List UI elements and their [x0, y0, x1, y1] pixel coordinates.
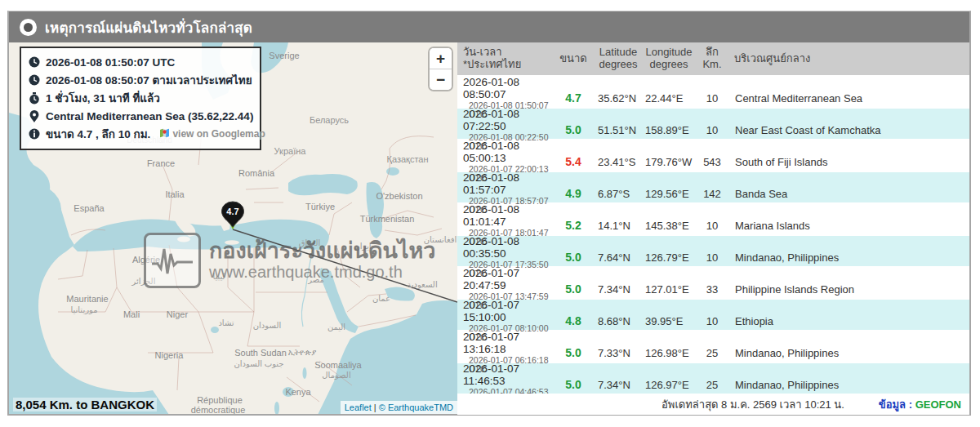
epicenter-location: Central Mediterranean Sea (35.62,22.44)	[46, 110, 253, 122]
magnitude-value: 5.0	[552, 346, 595, 359]
longitude-value: 127.01°E	[642, 283, 696, 296]
magnitude-value: 5.0	[552, 251, 595, 264]
leaflet-map[interactable]: SverigeБеларусьDeutschlandУкраїнаҚазақст…	[9, 42, 457, 414]
magnitude-value: 5.4	[552, 155, 595, 168]
earthquake-row[interactable]: 2026-01-08 01:01:47 2026-01-07 18:01:47 …	[457, 202, 969, 234]
earthquake-row[interactable]: 2026-01-08 07:22:50 2026-01-08 00:22:50 …	[457, 107, 969, 139]
leaflet-link[interactable]: Leaflet	[345, 403, 372, 412]
depth-value: 10	[696, 92, 728, 105]
thai-time-value: 2026-01-08 08:50:07	[463, 77, 552, 101]
magnitude-value: 5.0	[552, 378, 595, 391]
table-header: วัน-เวลา *ประเทศไทย ขนาด Latitudedegrees…	[457, 42, 969, 75]
region-value: Ethiopia	[728, 315, 969, 327]
source-label: ข้อมูล :	[879, 398, 912, 411]
earthquake-rows: 2026-01-08 08:50:07 2026-01-08 01:50:07 …	[457, 75, 969, 394]
last-updated-text: อัพเดทล่าสุด 8 ม.ค. 2569 เวลา 10:21 น.	[662, 396, 844, 413]
longitude-value: 39.95°E	[642, 315, 696, 327]
data-source: ข้อมูล : GEOFON	[879, 396, 961, 413]
earthquake-row[interactable]: 2026-01-08 00:35:50 2026-01-07 17:35:50 …	[457, 234, 969, 266]
map-attribution: Leaflet | © EarthquakeTMD	[341, 401, 457, 414]
earthquaketmd-link[interactable]: © EarthquakeTMD	[379, 403, 453, 412]
latitude-value: 7.33°N	[595, 347, 642, 359]
target-icon	[20, 19, 37, 36]
zoom-control: + −	[430, 48, 452, 90]
content: SverigeБеларусьDeutschlandУкраїнаҚазақст…	[9, 42, 969, 414]
latitude-value: 14.1°N	[595, 220, 642, 232]
distance-to-bangkok: 8,054 Km. to BANGKOK	[13, 398, 157, 411]
thai-time-value: 2026-01-07 15:10:00	[463, 300, 552, 324]
col-region: บริเวณศูนย์กลาง	[728, 53, 969, 65]
latitude-value: 7.34°N	[595, 283, 642, 296]
region-value: Mindanao, Philippines	[728, 251, 969, 264]
googlemap-link-label: view on Googlemap	[172, 128, 265, 140]
thai-time-value: 2026-01-08 01:57:07	[463, 172, 552, 197]
longitude-value: 145.38°E	[642, 220, 696, 232]
depth-value: 10	[696, 315, 728, 327]
longitude-value: 126.97°E	[642, 379, 696, 391]
longitude-value: 179.76°W	[642, 156, 696, 168]
latitude-value: 23.41°S	[595, 156, 642, 168]
thai-time-value: 2026-01-08 01:01:47	[463, 204, 552, 229]
magnitude-value: 4.9	[552, 187, 595, 200]
latitude-value: 7.34°N	[595, 379, 642, 391]
thai-time-value: 2026-01-08 05:00:13	[463, 140, 552, 165]
earthquake-table: วัน-เวลา *ประเทศไทย ขนาด Latitudedegrees…	[457, 42, 969, 414]
thai-time-value: 2026-01-07 13:16:18	[463, 331, 552, 356]
zoom-in-button[interactable]: +	[430, 48, 452, 69]
earthquake-row[interactable]: 2026-01-07 15:10:00 2026-01-07 08:10:00 …	[457, 298, 969, 330]
magnitude-value: 5.0	[552, 282, 595, 296]
magnitude-value: 5.0	[552, 123, 595, 136]
region-value: Mindanao, Philippines	[728, 379, 969, 391]
col-magnitude: ขนาด	[552, 53, 595, 65]
earthquake-row[interactable]: 2026-01-07 20:47:59 2026-01-07 13:47:59 …	[457, 266, 969, 298]
table-footer: อัพเดทล่าสุด 8 ม.ค. 2569 เวลา 10:21 น. ข…	[457, 394, 969, 415]
longitude-value: 158.89°E	[642, 124, 696, 136]
thai-time-value: 2026-01-07 20:47:59	[463, 268, 552, 292]
longitude-value: 126.98°E	[642, 347, 696, 359]
attribution-separator: |	[372, 403, 379, 412]
location-pin-icon	[29, 110, 40, 122]
col-longitude: Longitudedegrees	[642, 47, 696, 71]
thai-time-value: 2026-01-08 00:35:50	[463, 236, 552, 260]
depth-value: 25	[696, 379, 728, 391]
longitude-value: 129.56°E	[642, 188, 696, 200]
col-latitude: Latitudedegrees	[595, 47, 642, 71]
thai-time-value: 2026-01-08 07:22:50	[463, 109, 552, 133]
longitude-value: 22.44°E	[642, 92, 696, 105]
stopwatch-icon	[29, 92, 40, 105]
view-on-googlemap-link[interactable]: view on Googlemap	[160, 128, 265, 140]
earthquake-row[interactable]: 2026-01-08 05:00:13 2026-01-07 22:00:13 …	[457, 139, 969, 171]
source-link[interactable]: GEOFON	[915, 398, 961, 411]
zoom-out-button[interactable]: −	[430, 69, 452, 90]
region-value: Central Mediterranean Sea	[728, 92, 969, 105]
earthquake-row[interactable]: 2026-01-08 01:57:07 2026-01-07 18:57:07 …	[457, 171, 969, 202]
earthquake-panel: เหตุการณ์แผ่นดินไหวทั่วโลกล่าสุด	[7, 11, 971, 416]
earthquake-row[interactable]: 2026-01-08 08:50:07 2026-01-08 01:50:07 …	[457, 75, 969, 107]
utc-time: 2026-01-08 01:50:07 UTC	[46, 56, 175, 69]
col-depth: ลึกKm.	[696, 47, 728, 71]
bangkok-path-line	[233, 229, 457, 302]
thai-time: 2026-01-08 08:50:07 ตามเวลาประเทศไทย	[46, 71, 252, 89]
latitude-value: 35.62°N	[595, 92, 642, 105]
region-value: South of Fiji Islands	[728, 156, 969, 168]
magnitude-value: 5.2	[552, 219, 595, 232]
magnitude-value: 4.7	[552, 91, 595, 105]
thai-time-value: 2026-01-07 11:46:53	[463, 363, 552, 388]
info-icon	[29, 128, 40, 140]
depth-value: 543	[696, 156, 728, 168]
region-value: Near East Coast of Kamchatka	[728, 124, 969, 136]
earthquake-row[interactable]: 2026-01-07 11:46:53 2026-01-07 04:46:53 …	[457, 362, 969, 394]
region-value: Philippine Islands Region	[728, 283, 969, 296]
longitude-value: 126.79°E	[642, 251, 696, 264]
googlemap-icon	[160, 128, 169, 140]
depth-value: 10	[696, 220, 728, 232]
earthquake-row[interactable]: 2026-01-07 13:16:18 2026-01-07 06:16:18 …	[457, 330, 969, 362]
magnitude-depth: ขนาด 4.7 , ลึก 10 กม.	[46, 125, 150, 143]
depth-value: 25	[696, 347, 728, 359]
latitude-value: 6.87°S	[595, 188, 642, 200]
clock-icon	[29, 56, 40, 69]
depth-value: 10	[696, 124, 728, 136]
latitude-value: 8.68°N	[595, 315, 642, 327]
latitude-value: 7.64°N	[595, 251, 642, 264]
clock-icon	[29, 74, 40, 87]
